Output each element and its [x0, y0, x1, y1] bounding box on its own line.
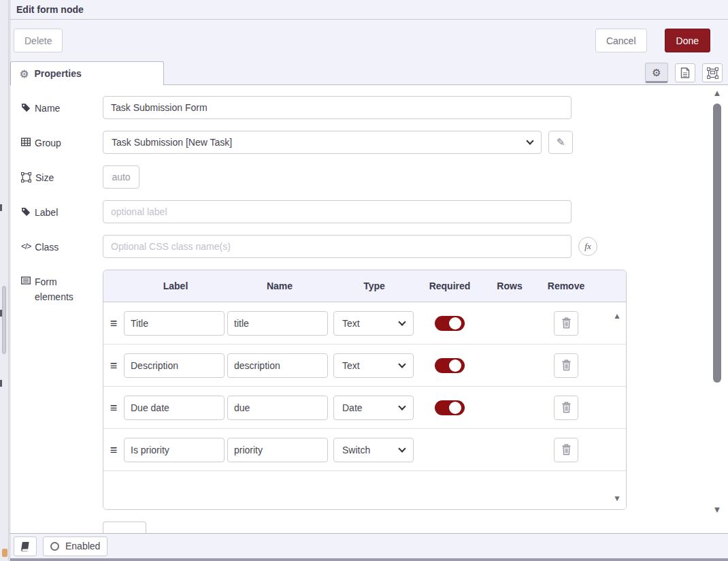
code-icon: </> — [21, 242, 31, 251]
element-name-input[interactable] — [227, 311, 328, 336]
tab-properties[interactable]: ⚙ Properties — [10, 61, 164, 85]
toggle-knob — [449, 402, 461, 414]
dialog-footer: Enabled — [10, 533, 728, 558]
cancel-button[interactable]: Cancel — [595, 29, 647, 52]
remove-element-button[interactable] — [554, 311, 578, 336]
label-field-label: Label — [21, 200, 103, 221]
size-field-label: Size — [21, 165, 103, 186]
tag-icon — [21, 103, 31, 112]
enabled-label: Enabled — [65, 541, 100, 551]
element-name-input[interactable] — [227, 438, 328, 462]
form-elements-header: Label Name Type Required Rows Remove — [103, 270, 626, 302]
name-field-row: Name — [21, 96, 728, 119]
trash-icon — [561, 317, 572, 329]
element-type-select[interactable]: Text — [333, 353, 414, 378]
scrollbar-up-arrow[interactable]: ▲ — [711, 89, 723, 97]
element-name-input[interactable] — [227, 396, 328, 420]
chevron-down-icon — [398, 445, 406, 452]
toggle-knob — [449, 359, 461, 372]
class-label-text: Class — [35, 240, 59, 255]
background-tick — [0, 204, 2, 211]
element-name-input[interactable] — [227, 353, 328, 378]
enabled-toggle-button[interactable]: Enabled — [43, 536, 107, 556]
remove-element-button[interactable] — [554, 353, 578, 378]
chevron-down-icon — [398, 318, 406, 325]
table-scroll-down-arrow[interactable]: ▼ — [613, 494, 621, 502]
trash-icon — [561, 444, 572, 455]
name-field-label: Name — [21, 96, 103, 116]
size-label-text: Size — [35, 171, 54, 186]
drag-handle-icon[interactable]: ≡ — [103, 317, 124, 330]
group-select-value: Task Submission [New Task] — [112, 137, 232, 148]
name-input[interactable] — [103, 96, 572, 119]
form-element-row: ≡ Text — [103, 302, 626, 344]
description-tab-button[interactable] — [675, 63, 695, 82]
element-label-input[interactable] — [124, 311, 225, 336]
group-label-text: Group — [35, 136, 61, 151]
expression-button[interactable]: fx — [578, 237, 597, 256]
enabled-circle-icon — [50, 542, 59, 551]
element-label-input[interactable] — [124, 438, 225, 462]
size-button[interactable]: auto — [103, 165, 139, 189]
node-help-button[interactable] — [14, 536, 37, 556]
table-scroll-up-arrow[interactable]: ▲ — [613, 312, 621, 320]
edit-form-node-dialog: Edit form node Delete Cancel Done ⚙ Prop… — [10, 0, 728, 561]
required-toggle[interactable] — [435, 358, 465, 373]
gear-icon: ⚙ — [652, 67, 661, 78]
tab-properties-label: Properties — [34, 68, 81, 79]
gear-icon: ⚙ — [20, 69, 29, 79]
group-field-row: Group Task Submission [New Task] ✎ — [21, 131, 728, 154]
scrollbar-down-arrow[interactable]: ▼ — [711, 505, 723, 514]
form-element-row: ≡ Text — [103, 344, 626, 387]
object-group-icon — [707, 67, 718, 79]
element-type-value: Text — [342, 360, 360, 371]
dialog-scrollbar: ▲ ▼ — [711, 89, 723, 514]
element-type-select[interactable]: Switch — [333, 438, 414, 462]
done-button[interactable]: Done — [665, 29, 710, 52]
column-header-type: Type — [332, 280, 416, 291]
remove-element-button[interactable] — [554, 438, 578, 462]
form-elements-label-text: Form elements — [35, 275, 82, 304]
required-toggle[interactable] — [435, 316, 465, 331]
label-field-row: Label — [21, 200, 728, 223]
element-type-value: Date — [342, 402, 363, 413]
drag-handle-icon[interactable]: ≡ — [103, 359, 124, 372]
background-left-strip — [0, 0, 9, 561]
element-label-input[interactable] — [124, 353, 225, 378]
background-tick — [0, 380, 2, 387]
object-group-icon — [21, 172, 31, 182]
table-icon — [21, 138, 31, 146]
element-label-input[interactable] — [124, 396, 225, 420]
remove-element-button[interactable] — [554, 396, 578, 420]
scrollbar-thumb[interactable] — [713, 103, 721, 383]
group-field-label: Group — [21, 131, 103, 151]
edit-group-button[interactable]: ✎ — [548, 131, 573, 154]
name-label-text: Name — [35, 101, 60, 116]
drag-handle-icon[interactable]: ≡ — [103, 444, 124, 456]
toggle-knob — [449, 317, 461, 330]
size-field-row: Size auto — [21, 165, 728, 189]
trash-icon — [561, 359, 572, 371]
class-input[interactable] — [103, 235, 572, 258]
element-type-select[interactable]: Text — [333, 311, 414, 336]
element-type-select[interactable]: Date — [333, 396, 414, 420]
label-input[interactable] — [103, 200, 572, 223]
trash-icon — [561, 402, 572, 413]
required-toggle[interactable] — [435, 400, 465, 415]
background-scrollbar-thumb — [2, 286, 6, 354]
appearance-tab-button[interactable] — [702, 63, 723, 82]
column-header-required: Required — [416, 280, 483, 291]
group-select[interactable]: Task Submission [New Task] — [103, 131, 542, 154]
add-element-button-cutoff[interactable] — [103, 522, 146, 533]
form-elements-row: Form elements Label Name Type Required R… — [21, 270, 728, 510]
form-elements-body: ▲ ▼ ≡ Text ≡ Text — [103, 302, 626, 509]
delete-button[interactable]: Delete — [14, 29, 63, 52]
background-node-fragment — [2, 549, 7, 557]
class-field-row: </> Class fx — [21, 235, 728, 258]
pencil-icon: ✎ — [557, 136, 565, 148]
column-header-name: Name — [227, 280, 332, 291]
node-red-editor: Edit form node Delete Cancel Done ⚙ Prop… — [0, 0, 728, 561]
drag-handle-icon[interactable]: ≡ — [103, 402, 124, 414]
properties-tab-button[interactable]: ⚙ — [645, 63, 668, 83]
label-label-text: Label — [35, 206, 58, 221]
